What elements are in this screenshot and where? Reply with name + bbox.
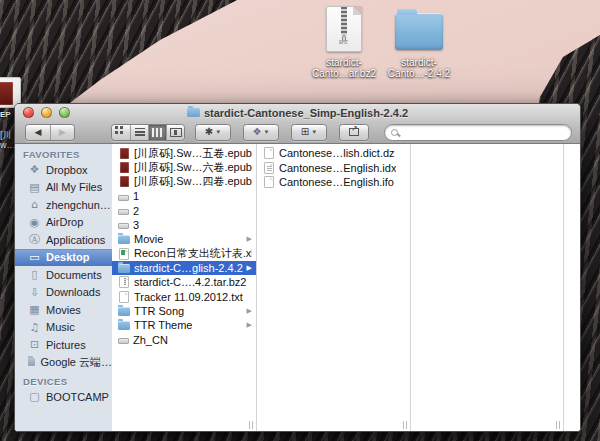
epub-file-icon bbox=[120, 148, 129, 159]
sidebar-item-label: Dropbox bbox=[46, 164, 88, 176]
file-row[interactable]: [川原砾].Sw…五卷.epub bbox=[112, 146, 256, 160]
desktop-icon-bz2-archive[interactable]: BZ stardict- Canto…ar.bz2 bbox=[301, 6, 387, 79]
sidebar-item-movies[interactable]: ▦Movies bbox=[15, 301, 112, 319]
archive-file-icon bbox=[119, 276, 129, 288]
back-button[interactable]: ◀ bbox=[26, 125, 50, 140]
coverflow-view-button[interactable] bbox=[166, 125, 184, 140]
list-view-icon bbox=[135, 128, 145, 136]
chevron-right-icon: ▶ bbox=[247, 321, 252, 329]
file-name: TTR Theme bbox=[134, 319, 192, 331]
file-row[interactable]: Zh_CN bbox=[112, 332, 256, 346]
desktop-icon: ▭ bbox=[28, 252, 41, 263]
action-menu-button[interactable]: ✱▼ bbox=[195, 124, 231, 141]
arrange-grid-icon: ⊞ bbox=[301, 127, 309, 137]
generic-file-icon bbox=[118, 338, 129, 344]
icon-view-button[interactable] bbox=[112, 125, 130, 140]
sidebar-item-downloads[interactable]: ⇩Downloads bbox=[15, 284, 112, 302]
desktop-icon-label: Canto…-2.4.2 bbox=[376, 68, 462, 79]
search-input[interactable] bbox=[402, 126, 565, 138]
sidebar-item-label: All My Files bbox=[46, 181, 102, 193]
file-name: Cantonese…English.ifo bbox=[279, 176, 394, 188]
folder-icon bbox=[118, 264, 130, 273]
column-resize-grip[interactable] bbox=[556, 421, 562, 429]
sidebar-item-label: Documents bbox=[46, 269, 102, 281]
window-content: FAVORITES ❖Dropbox▤All My Files⌂zhengchu… bbox=[15, 144, 580, 431]
zoom-button[interactable] bbox=[59, 107, 70, 118]
file-name: Cantonese…lish.dict.dz bbox=[279, 147, 395, 159]
sidebar-item-all-my-files[interactable]: ▤All My Files bbox=[15, 179, 112, 197]
file-row[interactable]: TTR Song▶ bbox=[112, 304, 256, 318]
folder-icon bbox=[118, 235, 130, 244]
sidebar-item-desktop[interactable]: ▭Desktop bbox=[15, 249, 112, 267]
sidebar-item-bootcamp[interactable]: ▢BOOTCAMP bbox=[15, 388, 112, 406]
sidebar-item-google[interactable]: Google 云端… bbox=[15, 354, 112, 372]
coverflow-view-icon bbox=[170, 128, 182, 137]
file-row[interactable]: Movie▶ bbox=[112, 232, 256, 246]
proxy-folder-icon[interactable] bbox=[187, 108, 200, 117]
view-switcher bbox=[111, 124, 185, 141]
sidebar-favorites-header: FAVORITES bbox=[15, 147, 112, 161]
share-button[interactable] bbox=[339, 124, 369, 141]
minimize-button[interactable] bbox=[41, 107, 52, 118]
airdrop-icon: ◉ bbox=[28, 217, 41, 228]
sidebar-item-documents[interactable]: ▯Documents bbox=[15, 266, 112, 284]
file-row[interactable]: TTR Theme▶ bbox=[112, 318, 256, 332]
file-row[interactable]: 1 bbox=[112, 189, 256, 203]
column-view-button[interactable] bbox=[148, 125, 166, 140]
column-resize-grip[interactable] bbox=[249, 421, 255, 429]
generic-file-icon bbox=[118, 195, 129, 201]
sidebar-item-zhengchun[interactable]: ⌂zhengchun… bbox=[15, 196, 112, 214]
generic-file-icon bbox=[118, 209, 129, 215]
file-row[interactable]: 3 bbox=[112, 218, 256, 232]
sidebar-item-label: Desktop bbox=[46, 251, 89, 263]
desktop: BZ stardict- Canto…ar.bz2 stardict- Cant… bbox=[0, 0, 600, 441]
dropbox-menu-button[interactable]: ❖▼ bbox=[243, 124, 279, 141]
file-row[interactable]: stardict-C…glish-2.4.2▶ bbox=[112, 261, 256, 275]
file-name: 2 bbox=[133, 205, 139, 217]
chevron-down-icon: ▼ bbox=[311, 129, 317, 135]
title-bar[interactable]: stardict-Cantonese_Simp-English-2.4.2 bbox=[15, 104, 580, 121]
file-name: TTR Song bbox=[134, 305, 184, 317]
document-file-icon bbox=[264, 147, 274, 159]
sidebar-item-pictures[interactable]: ⊡Pictures bbox=[15, 336, 112, 354]
column-2-items: Cantonese…lish.dict.dzCantonese…English.… bbox=[257, 144, 410, 189]
desktop-icon-stardict-folder[interactable]: stardict- Canto…-2.4.2 bbox=[376, 13, 462, 79]
file-row[interactable]: Tracker 11.09.2012.txt bbox=[112, 289, 256, 303]
file-row[interactable]: Cantonese…English.ifo bbox=[257, 175, 410, 189]
sidebar-item-dropbox[interactable]: ❖Dropbox bbox=[15, 161, 112, 179]
sidebar-item-music[interactable]: ♫Music bbox=[15, 319, 112, 337]
sidebar-item-airdrop[interactable]: ◉AirDrop bbox=[15, 214, 112, 232]
list-view-button[interactable] bbox=[130, 125, 148, 140]
file-row[interactable]: Recon日常支出统计表.xls bbox=[112, 246, 256, 260]
toolbar: ◀ ▶ ✱▼ ❖▼ ⊞▼ bbox=[15, 121, 580, 144]
drive-icon: ▢ bbox=[28, 391, 41, 402]
sidebar-item-label: Applications bbox=[46, 234, 105, 246]
column-resize-grip[interactable] bbox=[403, 421, 409, 429]
home-icon: ⌂ bbox=[28, 199, 41, 210]
spreadsheet-file-icon bbox=[119, 248, 129, 260]
sidebar-item-label: Pictures bbox=[46, 339, 86, 351]
file-row[interactable]: Cantonese…lish.dict.dz bbox=[257, 146, 410, 160]
file-row[interactable]: [川原砾].Sw…六卷.epub bbox=[112, 160, 256, 174]
desktop-icon-label: Canto…ar.bz2 bbox=[301, 68, 387, 79]
arrange-menu-button[interactable]: ⊞▼ bbox=[291, 124, 327, 141]
applications-icon: Ⓐ bbox=[28, 234, 41, 245]
sidebar-item-label: BOOTCAMP bbox=[46, 391, 109, 403]
file-name: 1 bbox=[133, 190, 139, 202]
file-row[interactable]: Cantonese…English.idx bbox=[257, 160, 410, 174]
sidebar-item-label: Music bbox=[46, 321, 75, 333]
search-field[interactable] bbox=[384, 124, 572, 141]
sidebar-item-applications[interactable]: ⒶApplications bbox=[15, 231, 112, 249]
dropbox-icon: ❖ bbox=[28, 164, 41, 175]
file-row[interactable]: stardict-C….4.2.tar.bz2 bbox=[112, 275, 256, 289]
finder-column-2: Cantonese…lish.dict.dzCantonese…English.… bbox=[257, 144, 411, 431]
all-my-files-icon: ▤ bbox=[28, 182, 41, 193]
file-name: [川原砾].Sw…五卷.epub bbox=[134, 146, 252, 160]
close-button[interactable] bbox=[23, 107, 34, 118]
forward-button[interactable]: ▶ bbox=[50, 125, 74, 140]
window-title: stardict-Cantonese_Simp-English-2.4.2 bbox=[204, 107, 408, 119]
file-name: stardict-C…glish-2.4.2 bbox=[134, 262, 243, 274]
file-row[interactable]: 2 bbox=[112, 203, 256, 217]
file-row[interactable]: [川原砾].Sw…四卷.epub bbox=[112, 175, 256, 189]
downloads-icon: ⇩ bbox=[28, 287, 41, 298]
